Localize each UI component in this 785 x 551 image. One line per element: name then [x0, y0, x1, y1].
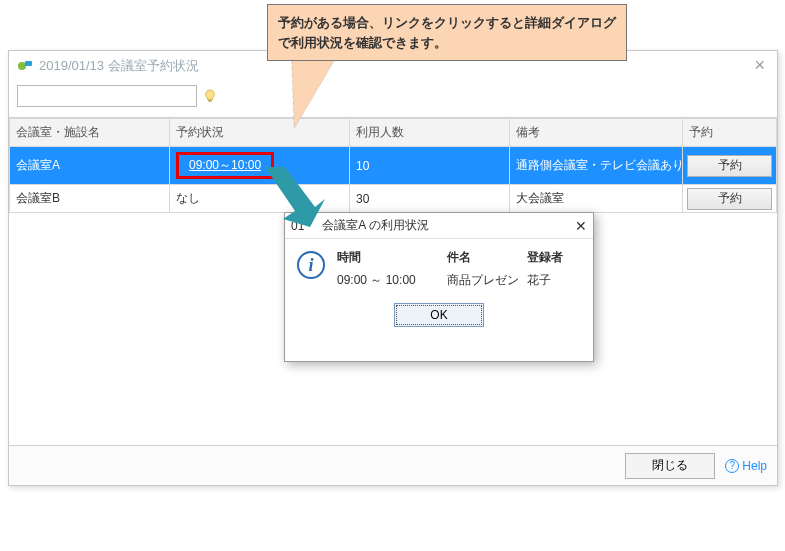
cell-reserve: 予約: [683, 147, 777, 185]
help-icon: ?: [725, 459, 739, 473]
usage-dialog: 01 会議室A の利用状況 ✕ i 時間 件名 登録者 09:00 ～ 10:0…: [284, 212, 594, 362]
help-link[interactable]: ? Help: [725, 459, 767, 473]
dialog-body: i 時間 件名 登録者 09:00 ～ 10:00 商品プレゼン 花子: [285, 239, 593, 293]
col-note: 備考: [510, 119, 683, 147]
annotation-callout-tail: [284, 58, 335, 128]
help-label: Help: [742, 459, 767, 473]
dialog-time: 09:00 ～ 10:00: [337, 272, 447, 289]
window-footer: 閉じる ? Help: [9, 445, 777, 485]
cell-reserve: 予約: [683, 185, 777, 213]
svg-marker-3: [265, 167, 325, 227]
svg-rect-1: [25, 61, 32, 66]
dialog-title: 会議室A の利用状況: [322, 217, 429, 234]
table-row[interactable]: 会議室A 09:00～10:00 10 通路側会議室・テレビ会議あり 予約: [10, 147, 777, 185]
window-title: 2019/01/13 会議室予約状況: [39, 57, 199, 75]
dialog-subject: 商品プレゼン: [447, 272, 527, 289]
search-input[interactable]: [17, 85, 197, 107]
dialog-col-time: 時間: [337, 249, 447, 266]
cell-note: 通路側会議室・テレビ会議あり: [510, 147, 683, 185]
dialog-footer: OK: [285, 293, 593, 339]
cell-room: 会議室B: [10, 185, 170, 213]
table-row[interactable]: 会議室B なし 30 大会議室 予約: [10, 185, 777, 213]
dialog-content: 時間 件名 登録者 09:00 ～ 10:00 商品プレゼン 花子: [337, 249, 587, 289]
col-capacity: 利用人数: [350, 119, 510, 147]
cell-room: 会議室A: [10, 147, 170, 185]
reservation-time-link[interactable]: 09:00～10:00: [189, 158, 261, 172]
cell-capacity: 30: [350, 185, 510, 213]
hint-bulb-icon[interactable]: [203, 89, 217, 103]
dialog-header-row: 時間 件名 登録者: [337, 249, 587, 266]
dialog-data-row: 09:00 ～ 10:00 商品プレゼン 花子: [337, 272, 587, 289]
dialog-close-icon[interactable]: ✕: [575, 218, 587, 234]
col-room: 会議室・施設名: [10, 119, 170, 147]
annotation-arrow-icon: [255, 167, 325, 227]
col-reserve: 予約: [683, 119, 777, 147]
ok-button[interactable]: OK: [394, 303, 484, 327]
table-header-row: 会議室・施設名 予約状況 利用人数 備考 予約: [10, 119, 777, 147]
window-close-icon[interactable]: ×: [750, 55, 769, 76]
app-icon: [17, 58, 33, 74]
toolbar: [9, 81, 777, 118]
svg-rect-2: [208, 100, 212, 102]
close-button[interactable]: 閉じる: [625, 453, 715, 479]
cell-note: 大会議室: [510, 185, 683, 213]
svg-point-0: [18, 62, 26, 70]
reserve-button[interactable]: 予約: [687, 188, 772, 210]
dialog-col-registrant: 登録者: [527, 249, 587, 266]
annotation-callout: 予約がある場合、リンクをクリックすると詳細ダイアログで利用状況を確認できます。: [267, 4, 627, 61]
dialog-registrant: 花子: [527, 272, 587, 289]
reservation-table: 会議室・施設名 予約状況 利用人数 備考 予約 会議室A 09:00～10:00…: [9, 118, 777, 213]
reserve-button[interactable]: 予約: [687, 155, 772, 177]
cell-capacity: 10: [350, 147, 510, 185]
info-icon: i: [297, 251, 325, 279]
dialog-titlebar: 01 会議室A の利用状況 ✕: [285, 213, 593, 239]
dialog-col-subject: 件名: [447, 249, 527, 266]
